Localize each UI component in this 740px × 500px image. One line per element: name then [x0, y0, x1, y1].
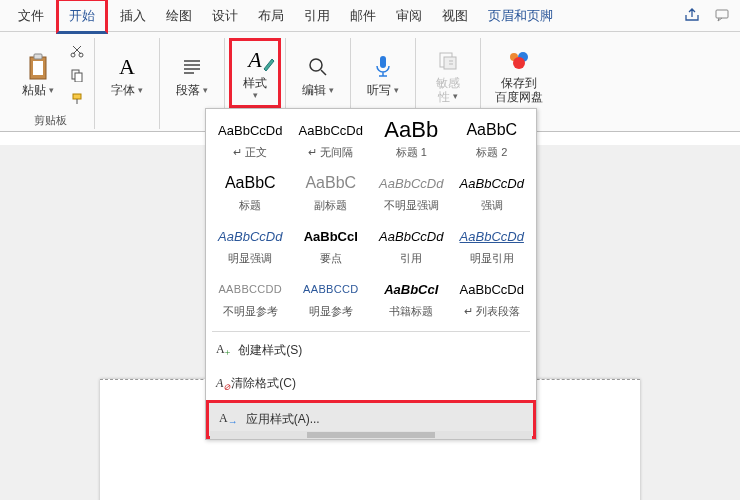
- style-gallery-item[interactable]: AaBbCcDd↵ 无间隔: [291, 113, 372, 166]
- tab-layout[interactable]: 布局: [248, 1, 294, 31]
- style-gallery-item[interactable]: AaBbCcDd明显引用: [452, 219, 533, 272]
- create-style-icon: A+: [216, 342, 230, 358]
- style-name-label: 不明显参考: [212, 304, 289, 319]
- svg-rect-8: [73, 94, 81, 99]
- style-gallery-item[interactable]: AaBbC标题 2: [452, 113, 533, 166]
- style-preview: AABBCCD: [293, 278, 370, 300]
- style-preview: AaBbCcDd: [212, 119, 289, 141]
- svg-point-15: [513, 57, 525, 69]
- sensitivity-button[interactable]: 敏感性▾: [424, 40, 472, 110]
- tab-file[interactable]: 文件: [8, 1, 54, 31]
- style-preview: AaBbC: [454, 119, 531, 141]
- paragraph-button[interactable]: 段落▾: [168, 40, 216, 110]
- share-icon[interactable]: [682, 5, 702, 25]
- style-name-label: 不明显强调: [373, 198, 450, 213]
- dropdown-scrollbar[interactable]: [210, 431, 532, 439]
- paragraph-icon: [178, 53, 206, 81]
- style-preview: AaBbCcI: [373, 278, 450, 300]
- styles-button[interactable]: A 样式 ▾: [229, 38, 281, 108]
- tab-references[interactable]: 引用: [294, 1, 340, 31]
- style-gallery-item[interactable]: AaBbCcDd↵ 正文: [210, 113, 291, 166]
- style-name-label: ↵ 列表段落: [454, 304, 531, 319]
- font-icon: A: [113, 53, 141, 81]
- style-name-label: 标题 1: [373, 145, 450, 160]
- clear-format-icon: A⊘: [216, 376, 223, 391]
- style-gallery-item[interactable]: AaBbCcDd引用: [371, 219, 452, 272]
- svg-rect-3: [33, 61, 43, 75]
- svg-rect-7: [75, 73, 82, 82]
- style-name-label: 引用: [373, 251, 450, 266]
- tab-mail[interactable]: 邮件: [340, 1, 386, 31]
- tab-review[interactable]: 审阅: [386, 1, 432, 31]
- style-preview: AaBbCcDd: [212, 225, 289, 247]
- style-preview: AaBbC: [212, 172, 289, 194]
- style-gallery-item[interactable]: AaBbCcDd不明显强调: [371, 166, 452, 219]
- style-preview: AaBbCcDd: [454, 225, 531, 247]
- style-preview: AaBbCcDd: [373, 172, 450, 194]
- style-name-label: ↵ 无间隔: [293, 145, 370, 160]
- style-name-label: 要点: [293, 251, 370, 266]
- style-name-label: ↵ 正文: [212, 145, 289, 160]
- tab-design[interactable]: 设计: [202, 1, 248, 31]
- clipboard-group-label: 剪贴板: [34, 113, 67, 128]
- style-gallery-item[interactable]: AABBCCDD不明显参考: [210, 272, 291, 325]
- style-gallery-item[interactable]: AABBCCD明显参考: [291, 272, 372, 325]
- style-name-label: 标题 2: [454, 145, 531, 160]
- style-preview: AaBbCcI: [293, 225, 370, 247]
- paste-button[interactable]: 粘贴▾: [14, 40, 62, 110]
- style-gallery-item[interactable]: AaBbC副标题: [291, 166, 372, 219]
- styles-icon: A: [241, 46, 269, 74]
- tab-home[interactable]: 开始: [56, 0, 108, 34]
- style-name-label: 明显参考: [293, 304, 370, 319]
- style-gallery-item[interactable]: AaBbCcDd↵ 列表段落: [452, 272, 533, 325]
- search-icon: [304, 53, 332, 81]
- save-baidu-button[interactable]: 保存到百度网盘: [489, 40, 549, 110]
- style-name-label: 明显引用: [454, 251, 531, 266]
- tab-header-footer[interactable]: 页眉和页脚: [478, 1, 563, 31]
- svg-point-9: [310, 59, 322, 71]
- style-gallery-item[interactable]: AaBb标题 1: [371, 113, 452, 166]
- style-name-label: 副标题: [293, 198, 370, 213]
- apply-style-icon: A→: [219, 411, 238, 427]
- svg-rect-12: [444, 57, 456, 69]
- style-gallery: AaBbCcDd↵ 正文AaBbCcDd↵ 无间隔AaBb标题 1AaBbC标题…: [206, 109, 536, 329]
- style-preview: AaBbCcDd: [454, 172, 531, 194]
- style-gallery-item[interactable]: AaBbCcDd明显强调: [210, 219, 291, 272]
- svg-rect-10: [380, 56, 386, 68]
- style-preview: AABBCCDD: [212, 278, 289, 300]
- style-name-label: 强调: [454, 198, 531, 213]
- style-preview: AaBbCcDd: [454, 278, 531, 300]
- styles-dropdown: AaBbCcDd↵ 正文AaBbCcDd↵ 无间隔AaBb标题 1AaBbC标题…: [205, 108, 537, 440]
- search-editing-button[interactable]: 编辑▾: [294, 40, 342, 110]
- style-gallery-item[interactable]: AaBbCcDd强调: [452, 166, 533, 219]
- tab-view[interactable]: 视图: [432, 1, 478, 31]
- tab-draw[interactable]: 绘图: [156, 1, 202, 31]
- format-painter-icon[interactable]: [68, 90, 86, 108]
- style-name-label: 标题: [212, 198, 289, 213]
- microphone-icon: [369, 53, 397, 81]
- style-name-label: 明显强调: [212, 251, 289, 266]
- style-preview: AaBb: [373, 119, 450, 141]
- baidu-cloud-icon: [505, 46, 533, 74]
- style-name-label: 书籍标题: [373, 304, 450, 319]
- svg-rect-2: [34, 54, 42, 59]
- sensitivity-icon: [434, 46, 462, 74]
- style-preview: AaBbCcDd: [293, 119, 370, 141]
- svg-rect-0: [716, 10, 728, 18]
- copy-icon[interactable]: [68, 66, 86, 84]
- cut-icon[interactable]: [68, 42, 86, 60]
- comment-icon[interactable]: [712, 5, 732, 25]
- style-gallery-item[interactable]: AaBbCcI书籍标题: [371, 272, 452, 325]
- style-preview: AaBbC: [293, 172, 370, 194]
- style-gallery-item[interactable]: AaBbC标题: [210, 166, 291, 219]
- clear-formatting-item[interactable]: A⊘ 清除格式(C): [206, 367, 536, 400]
- create-style-item[interactable]: A+ 创建样式(S): [206, 334, 536, 367]
- style-preview: AaBbCcDd: [373, 225, 450, 247]
- clipboard-icon: [24, 53, 52, 81]
- dictate-button[interactable]: 听写▾: [359, 40, 407, 110]
- tab-insert[interactable]: 插入: [110, 1, 156, 31]
- font-button[interactable]: A 字体▾: [103, 40, 151, 110]
- style-gallery-item[interactable]: AaBbCcI要点: [291, 219, 372, 272]
- ribbon-tabs: 文件 开始 插入 绘图 设计 布局 引用 邮件 审阅 视图 页眉和页脚: [0, 0, 740, 32]
